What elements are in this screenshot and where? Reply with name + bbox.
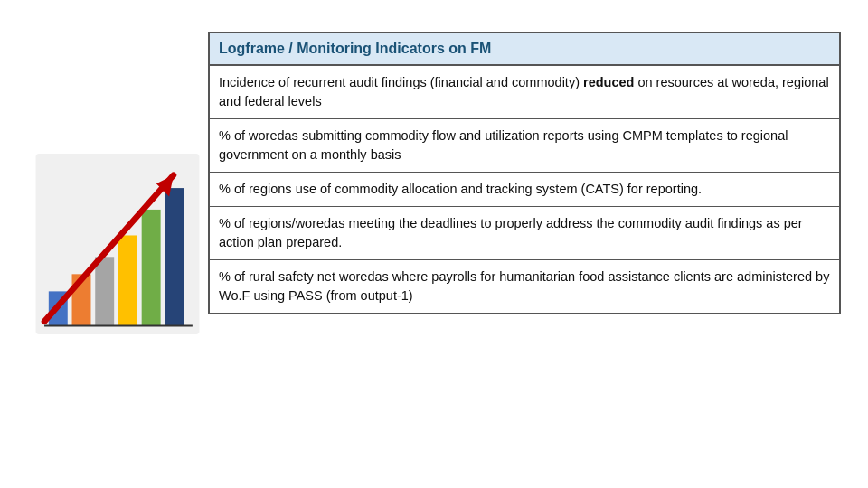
row4-text: % of regions/woredas meeting the deadlin… — [219, 216, 803, 249]
row3-text: % of regions use of commodity allocation… — [219, 182, 702, 196]
row1-text: Incidence of recurrent audit findings (f… — [219, 75, 829, 108]
table-row: % of woredas submitting commodity flow a… — [210, 119, 839, 173]
table-header: Logframe / Monitoring Indicators on FM — [210, 33, 839, 66]
svg-rect-5 — [142, 210, 161, 326]
svg-rect-4 — [118, 235, 137, 325]
table-row: % of rural safety net woredas where payr… — [210, 260, 839, 313]
logframe-table: Logframe / Monitoring Indicators on FM I… — [208, 32, 841, 314]
table-row: % of regions/woredas meeting the deadlin… — [210, 207, 839, 260]
content-wrapper: Logframe / Monitoring Indicators on FM I… — [27, 32, 841, 456]
chart-area — [27, 32, 208, 456]
table-row: % of regions use of commodity allocation… — [210, 173, 839, 207]
table-row: Incidence of recurrent audit findings (f… — [210, 66, 839, 119]
row2-text: % of woredas submitting commodity flow a… — [219, 128, 788, 162]
growth-chart-icon — [32, 154, 203, 334]
svg-rect-3 — [95, 257, 114, 325]
row5-text: % of rural safety net woredas where payr… — [219, 269, 829, 303]
page-container: Logframe / Monitoring Indicators on FM I… — [0, 0, 868, 488]
svg-rect-6 — [165, 188, 184, 325]
